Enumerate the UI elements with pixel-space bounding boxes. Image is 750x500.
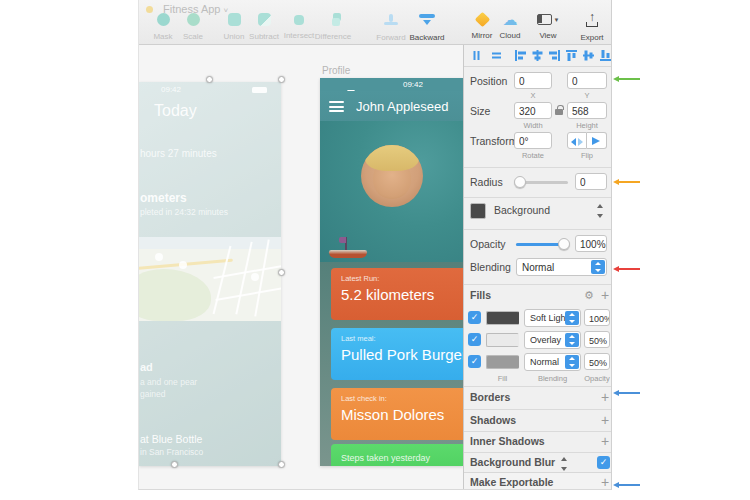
size-width-input[interactable] [514, 102, 552, 119]
mask-icon [157, 13, 170, 26]
radius-slider[interactable] [516, 181, 568, 184]
rotate-input[interactable] [514, 132, 552, 149]
background-swatch[interactable] [470, 203, 486, 219]
align-right-icon[interactable] [548, 49, 561, 62]
view-icon [537, 14, 552, 25]
borders-header: Borders + [464, 391, 612, 408]
artboard-profile-label[interactable]: Profile [322, 65, 350, 76]
selection-handle-top-mid[interactable] [206, 76, 213, 83]
toolbar-backward-button[interactable]: Backward [407, 11, 447, 42]
annotation-arrow-red [618, 268, 640, 270]
fill-3-blend-dropdown[interactable]: Normal [524, 353, 581, 371]
forward-icon [384, 13, 398, 27]
fill-2-checkbox[interactable]: ✓ [468, 333, 481, 346]
fill-1-checkbox[interactable]: ✓ [468, 311, 481, 324]
blending-dropdown[interactable]: Normal [516, 258, 607, 276]
profile-nav-bar: John Appleseed [320, 91, 463, 121]
sketch-window: Fitness App ˅ Mask Scale Union Subtract … [138, 0, 612, 490]
canvas[interactable]: 09:42 Today hours 27 minutes ometers ple… [139, 45, 612, 490]
profile-status-time: 09:42 [403, 80, 423, 89]
opacity-slider[interactable] [516, 243, 568, 246]
align-middle-vertical-icon[interactable] [582, 49, 595, 62]
mirror-icon [474, 12, 490, 28]
gear-icon[interactable]: ⚙ [584, 289, 594, 302]
card-last-meal[interactable]: Last meal: Pulled Pork Burger [331, 328, 463, 380]
fill-row-1: ✓ Soft Light [464, 309, 612, 328]
boat-image [329, 237, 367, 259]
scale-icon [187, 13, 200, 26]
make-exportable-add-button[interactable]: + [601, 474, 609, 490]
shadows-header: Shadows + [464, 414, 612, 431]
add-inner-shadow-button[interactable]: + [601, 433, 609, 449]
hamburger-menu-icon[interactable] [329, 101, 344, 115]
backward-icon [419, 13, 435, 27]
annotation-arrow-blue-export [618, 484, 640, 486]
position-y-input[interactable] [567, 72, 607, 89]
card-latest-run[interactable]: Latest Run: 5.2 kilometers [331, 268, 463, 320]
add-shadow-button[interactable]: + [601, 412, 609, 428]
background-blur-header: Background Blur ✓ [464, 456, 612, 473]
transform-row: Transform Rotate Flip [464, 132, 612, 162]
difference-icon [327, 13, 340, 26]
selection-handle-bottom-right[interactable] [278, 461, 285, 468]
cloud-icon: ☁ [503, 13, 518, 27]
inner-shadows-header: Inner Shadows + [464, 435, 612, 452]
dropdown-stepper-icon [565, 311, 579, 325]
toolbar-view-button[interactable]: ▼ View [528, 11, 568, 40]
align-top-icon[interactable] [565, 49, 578, 62]
alignment-toolbar [464, 45, 612, 67]
position-x-input[interactable] [514, 72, 552, 89]
selection-handle-right-mid[interactable] [278, 269, 285, 276]
fill-3-swatch[interactable] [486, 355, 519, 369]
view-caret-icon: ▼ [554, 17, 560, 23]
fill-column-captions: Fill Blending Opacity [464, 374, 612, 384]
toolbar-forward-button[interactable]: Forward [371, 11, 411, 42]
fill-3-checkbox[interactable]: ✓ [468, 355, 481, 368]
align-left-icon[interactable] [514, 49, 527, 62]
toolbar-cloud-button[interactable]: ☁ Cloud [490, 11, 530, 40]
card-last-checkin[interactable]: Last check in: Misson Dolores [331, 388, 463, 440]
selection-handle-bottom-mid[interactable] [171, 461, 178, 468]
intersect-icon [294, 15, 304, 25]
fill-3-opacity-input[interactable] [584, 353, 610, 370]
export-icon: ↑ [585, 12, 599, 27]
fill-2-opacity-input[interactable] [584, 331, 610, 348]
flip-horizontal-button[interactable] [567, 132, 587, 149]
toolbar-difference-button[interactable]: Difference [313, 11, 353, 41]
selection-handle-top-right[interactable] [278, 76, 285, 83]
distribute-horizontally-icon[interactable] [470, 49, 483, 62]
radius-row: Radius [464, 173, 612, 193]
size-row: Size Width Height [464, 102, 612, 132]
dropdown-stepper-icon [591, 260, 605, 274]
size-height-input[interactable] [567, 102, 607, 119]
opacity-row: Opacity [464, 235, 612, 255]
lock-icon[interactable] [555, 109, 563, 115]
profile-photo: San Francisco, CA 34 Friends [320, 121, 463, 262]
fill-1-opacity-input[interactable] [584, 309, 610, 326]
toolbar-scale-button[interactable]: Scale [173, 11, 213, 41]
fill-1-swatch[interactable] [486, 311, 519, 325]
artboard-today[interactable]: 09:42 Today hours 27 minutes ometers ple… [139, 82, 281, 466]
annotation-arrow-green [618, 78, 640, 80]
toolbar-export-button[interactable]: ↑ Export [572, 11, 612, 42]
fill-1-blend-dropdown[interactable]: Soft Light [524, 309, 581, 327]
background-layer-row[interactable]: Background [464, 203, 612, 225]
fill-2-blend-dropdown[interactable]: Overlay [524, 331, 581, 349]
add-border-button[interactable]: + [601, 389, 609, 405]
toolbar-subtract-button[interactable]: Subtract [244, 11, 284, 41]
background-blur-checkbox[interactable]: ✓ [597, 456, 610, 469]
make-exportable-row[interactable]: Make Exportable + [464, 472, 612, 490]
fill-2-swatch[interactable] [486, 333, 519, 347]
flip-vertical-button[interactable] [587, 132, 607, 149]
blur-type-stepper-icon[interactable] [560, 457, 569, 471]
card-steps[interactable]: Steps taken yesterday [331, 444, 463, 466]
align-center-horizontal-icon[interactable] [531, 49, 544, 62]
distribute-vertically-icon[interactable] [490, 49, 503, 62]
align-bottom-icon[interactable] [599, 49, 612, 62]
artboard-profile[interactable]: 09:42 John Appleseed San Francisco, CA 3… [320, 78, 463, 466]
background-stepper-icon[interactable] [596, 204, 605, 218]
background-blur-overlay[interactable] [139, 82, 281, 466]
radius-input[interactable] [575, 173, 607, 190]
add-fill-button[interactable]: + [601, 287, 609, 303]
opacity-input[interactable] [575, 235, 607, 252]
